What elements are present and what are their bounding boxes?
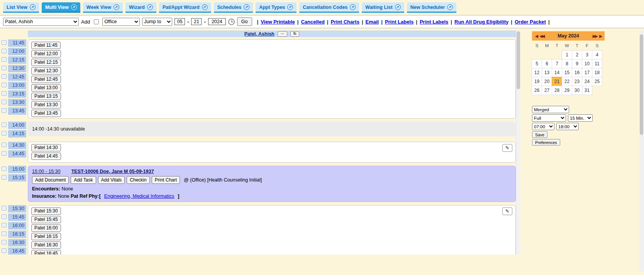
toolbar-link-email[interactable]: Email — [366, 19, 379, 25]
end-time-select[interactable]: 18:00 — [556, 123, 579, 130]
slot-marker-icon[interactable] — [2, 57, 7, 62]
open-new-window-icon[interactable]: ↗ — [114, 4, 119, 10]
slot-marker-icon[interactable] — [2, 49, 7, 53]
time-label-14-45[interactable]: 14:45 — [8, 150, 26, 158]
date-day-input[interactable] — [191, 18, 202, 25]
calendar-prev-icon[interactable]: ◀ — [534, 34, 539, 38]
calendar-day-20[interactable]: 20 — [542, 77, 552, 86]
slot-button-patel-11-45[interactable]: Patel 11:45 — [31, 42, 61, 49]
slot-button-patel-13-00[interactable]: Patel 13:00 — [31, 84, 61, 92]
slot-button-patel-12-15[interactable]: Patel 12:15 — [31, 59, 61, 66]
slot-marker-icon[interactable] — [2, 214, 7, 219]
appointment-block[interactable]: 15:00 - 15:30TEST-10006 Doe, Jane M 05-0… — [28, 166, 516, 202]
appointment-action-checkin[interactable]: Checkin — [127, 176, 149, 184]
calendar-day-15[interactable]: 15 — [562, 68, 572, 77]
slot-marker-icon[interactable] — [2, 83, 7, 87]
calendar-day-12[interactable]: 12 — [532, 68, 542, 77]
tab-appt-types[interactable]: Appt Types↗ — [256, 2, 297, 13]
calendar-day-18[interactable]: 18 — [592, 68, 602, 77]
calendar-day-1[interactable]: 1 — [562, 50, 572, 59]
schedule-scrollbar-thumb[interactable] — [517, 31, 520, 89]
provider-select[interactable]: Patel, Ashish — [3, 18, 79, 26]
open-new-window-icon[interactable]: ↗ — [395, 4, 401, 10]
page-scrollbar[interactable] — [639, 31, 644, 272]
open-new-window-icon[interactable]: ↗ — [350, 4, 356, 10]
calendar-day-11[interactable]: 11 — [592, 59, 602, 68]
appointment-action-add-vitals[interactable]: Add Vitals — [98, 176, 125, 184]
slot-marker-icon[interactable] — [2, 175, 7, 180]
tab-list-view[interactable]: List View↗ — [3, 2, 39, 13]
appointment-action-add-document[interactable]: Add Document — [32, 176, 69, 184]
preferences-button[interactable]: Preferences — [532, 139, 560, 146]
calendar-day-28[interactable]: 28 — [552, 86, 562, 95]
slot-button-patel-15-45[interactable]: Patel 15:45 — [31, 216, 61, 223]
calendar-day-31[interactable]: 31 — [582, 86, 592, 95]
referring-physician-link[interactable]: Engineering, Medical Informatics — [104, 194, 174, 199]
edit-icon[interactable]: ✎ — [502, 207, 512, 215]
tab-wizard[interactable]: Wizard↗ — [125, 2, 156, 13]
calendar-day-21[interactable]: 21 — [552, 77, 562, 86]
calendar-day-25[interactable]: 25 — [592, 77, 602, 86]
appointment-action-add-task[interactable]: Add Task — [71, 176, 96, 184]
calendar-day-23[interactable]: 23 — [572, 77, 582, 86]
time-label-12-00[interactable]: 12:00 — [8, 48, 26, 55]
slot-marker-icon[interactable] — [2, 40, 7, 45]
tab-schedules[interactable]: Schedules↗ — [214, 2, 253, 13]
open-new-window-icon[interactable]: ↗ — [71, 4, 77, 10]
calendar-day-29[interactable]: 29 — [562, 86, 572, 95]
slot-marker-icon[interactable] — [2, 240, 7, 244]
tab-pat-appt-wizard[interactable]: Pat/Appt Wizard↗ — [159, 2, 211, 13]
add-checkbox[interactable] — [94, 19, 99, 24]
date-month-input[interactable] — [175, 18, 185, 25]
toolbar-link-print-labels[interactable]: Print Labels — [420, 19, 448, 25]
jump-to-select[interactable]: Jump to — [142, 18, 172, 26]
slot-button-patel-13-45[interactable]: Patel 13:45 — [31, 110, 61, 117]
slot-marker-icon[interactable] — [2, 166, 7, 171]
time-label-12-45[interactable]: 12:45 — [8, 73, 26, 81]
calendar-day-2[interactable]: 2 — [572, 50, 582, 59]
slot-button-patel-12-30[interactable]: Patel 12:30 — [31, 67, 61, 75]
slot-marker-icon[interactable] — [2, 151, 7, 156]
toolbar-link-run-all-drug-eligibility[interactable]: Run All Drug Eligibility — [454, 19, 508, 25]
clock-icon[interactable] — [228, 19, 235, 25]
open-new-window-icon[interactable]: ↗ — [30, 4, 36, 10]
slot-marker-icon[interactable] — [2, 66, 7, 70]
calendar-day-7[interactable]: 7 — [552, 59, 562, 68]
slot-marker-icon[interactable] — [2, 122, 7, 127]
slot-marker-icon[interactable] — [2, 143, 7, 147]
time-label-13-00[interactable]: 13:00 — [8, 82, 26, 89]
time-label-14-15[interactable]: 14:15 — [8, 130, 26, 138]
calendar-fast-next-icon[interactable]: ▶▶ — [591, 34, 598, 38]
fb-button[interactable]: fb — [290, 31, 300, 37]
calendar-day-10[interactable]: 10 — [582, 59, 592, 68]
slot-marker-icon[interactable] — [2, 91, 7, 96]
calendar-day-27[interactable]: 27 — [542, 86, 552, 95]
tab-week-view[interactable]: Week View↗ — [83, 2, 123, 13]
calendar-day-13[interactable]: 13 — [542, 68, 552, 77]
size-select[interactable]: Full — [532, 114, 566, 122]
slot-button-patel-12-45[interactable]: Patel 12:45 — [31, 76, 61, 83]
open-new-window-icon[interactable]: ↗ — [202, 4, 208, 10]
time-label-12-30[interactable]: 12:30 — [8, 65, 26, 72]
time-label-13-45[interactable]: 13:45 — [8, 107, 26, 115]
date-year-input[interactable] — [208, 18, 226, 25]
time-label-16-00[interactable]: 16:00 — [8, 222, 26, 229]
toolbar-link-cancelled[interactable]: Cancelled — [301, 19, 324, 25]
tab-waiting-list[interactable]: Waiting List↗ — [362, 2, 404, 13]
schedule-scrollbar[interactable] — [516, 31, 520, 255]
time-label-15-00[interactable]: 15:00 — [8, 166, 26, 173]
toolbar-link-print-charts[interactable]: Print Charts — [331, 19, 359, 25]
provider-header-link[interactable]: Patel, Ashish — [244, 31, 275, 37]
interval-select[interactable]: 15 Min. — [568, 114, 593, 122]
calendar-day-6[interactable]: 6 — [542, 59, 552, 68]
time-label-15-15[interactable]: 15:15 — [8, 174, 26, 182]
time-label-15-30[interactable]: 15:30 — [8, 205, 26, 212]
time-label-12-15[interactable]: 12:15 — [8, 56, 26, 64]
time-label-16-45[interactable]: 16:45 — [8, 248, 26, 255]
slot-marker-icon[interactable] — [2, 100, 7, 104]
slot-marker-icon[interactable] — [2, 131, 7, 136]
slot-button-patel-12-00[interactable]: Patel 12:00 — [31, 50, 61, 58]
calendar-day-19[interactable]: 19 — [532, 77, 542, 86]
slot-button-patel-16-00[interactable]: Patel 16:00 — [31, 224, 61, 232]
appointment-time-link[interactable]: 15:00 - 15:30 — [32, 169, 61, 174]
